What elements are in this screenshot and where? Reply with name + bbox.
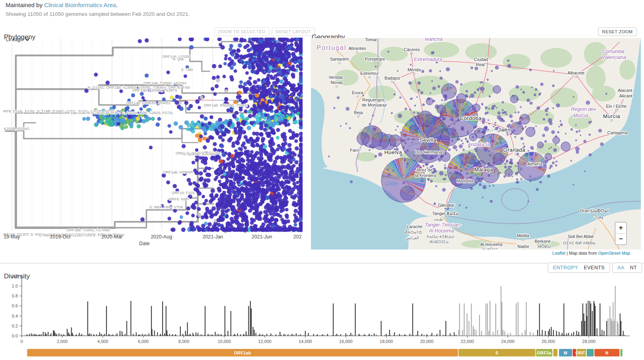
svg-text:ORF1ab: R4589Q, T5941I: ORF1ab: R4589Q, T5941I <box>204 103 248 107</box>
svg-text:1.0: 1.0 <box>12 284 18 288</box>
svg-text:ORF10: F11S: ORF10: F11S <box>172 190 195 195</box>
svg-text:Novas: Novas <box>330 80 343 85</box>
svg-text:2020-Mar: 2020-Mar <box>101 234 123 240</box>
svg-text:Región de: Región de <box>571 107 594 112</box>
map-zoom-in-button[interactable]: + <box>616 223 626 233</box>
svg-text:Santarém: Santarém <box>330 57 349 61</box>
zoom-to-selected-button[interactable]: ZOOM TO SELECTED <box>214 27 269 36</box>
svg-text:2020-Aug: 2020-Aug <box>151 234 172 240</box>
svg-text:Jerez de: Jerez de <box>416 168 432 172</box>
maintainer-link[interactable]: Clinical Bioinformatics Area <box>44 2 116 8</box>
svg-text:N: Q9L: N: Q9L <box>172 57 184 61</box>
svg-text:1.2: 1.2 <box>12 274 18 278</box>
map-attribution: Leaflet | Map data from OpenStreet Map <box>0 251 630 255</box>
svg-text:28,000: 28,000 <box>582 339 596 344</box>
svg-text:ⵍⵄⵔⴰⵢⵛ: ⵍⵄⵔⴰⵢⵛ <box>404 230 422 234</box>
svg-text:M: M <box>564 350 567 355</box>
svg-text:ⵙⵉⴷⵉ ⴱⵍ ⵄⴱⴱⴰ: ⵙⵉⴷⵉ ⴱⵍ ⵄⴱⴱⴰ <box>563 241 595 245</box>
svg-text:ORF8: K68*: ORF8: K68* <box>169 197 189 201</box>
phylogeny-toolbar: ZOOM TO SELECTED RESET LAYOUT <box>214 27 315 36</box>
svg-text:Al Hoceima: Al Hoceima <box>428 228 454 234</box>
svg-text:Sevilla: Sevilla <box>419 137 436 143</box>
reset-layout-button[interactable]: RESET LAYOUT <box>272 27 315 36</box>
svg-text:19-May: 19-May <box>4 234 20 240</box>
svg-text:Nador: Nador <box>517 244 529 249</box>
svg-text:Alicant: Alicant <box>619 93 632 98</box>
svg-text:Granada: Granada <box>503 147 525 153</box>
svg-text:Comunitat: Comunitat <box>602 49 625 54</box>
svg-text:de Monsaraz: de Monsaraz <box>362 103 387 107</box>
svg-text:Dos Hermanas: Dos Hermanas <box>415 150 444 154</box>
svg-text:Beja: Beja <box>354 110 363 115</box>
reset-zoom-button[interactable]: RESET ZOOM <box>598 27 637 36</box>
svg-text:ORF1ab: T1001I, A1708D: ORF1ab: T1001I, A1708D <box>66 228 110 232</box>
svg-text:20,000: 20,000 <box>420 339 434 344</box>
svg-text:24,000: 24,000 <box>501 339 515 344</box>
svg-text:Extremadura: Extremadura <box>414 57 442 62</box>
phylogeny-tree-canvas[interactable]: ORF1ab: L5330IN: Q9LS: T95IORF1ab: T3255… <box>3 38 303 255</box>
svg-text:la Frontera: la Frontera <box>415 173 436 178</box>
svg-text:12,000: 12,000 <box>258 339 272 344</box>
map-zoom-control: + − <box>615 222 627 245</box>
svg-text:Gibraltar: Gibraltar <box>438 203 455 208</box>
svg-text:Portalegre: Portalegre <box>365 57 385 61</box>
svg-text:Alacant: Alacant <box>618 88 633 93</box>
svg-text:Badajoz: Badajoz <box>385 76 400 80</box>
svg-text:16,000: 16,000 <box>339 339 352 344</box>
svg-text:Murcia: Murcia <box>603 113 620 119</box>
map-canvas[interactable]: TomarPortugalAbrantesCáceresManchaSantar… <box>311 38 641 250</box>
entropy-bars <box>27 286 624 336</box>
geography-map[interactable]: TomarPortugalAbrantesCáceresManchaSantar… <box>311 38 641 250</box>
svg-text:Mancha: Mancha <box>425 38 443 42</box>
svg-text:4,000: 4,000 <box>97 339 108 344</box>
svg-text:6,000: 6,000 <box>138 339 149 344</box>
genome-count-text: Showing 11050 of 11050 genomes sampled b… <box>6 11 190 17</box>
svg-text:10,000: 10,000 <box>218 339 231 344</box>
svg-text:2019-Oct: 2019-Oct <box>50 234 70 240</box>
svg-text:Golfo de: Golfo de <box>382 173 401 179</box>
svg-text:Cáceres: Cáceres <box>404 47 420 52</box>
leaflet-link[interactable]: Leaflet <box>552 251 565 255</box>
svg-text:2021-Jun: 2021-Jun <box>252 234 272 240</box>
svg-text:202: 202 <box>294 234 302 240</box>
svg-text:S: I68X, H69-, V70X: S: I68X, H69-, V70X <box>149 205 183 209</box>
svg-text:Valenciana: Valenciana <box>602 55 626 60</box>
svg-text:Málaga: Málaga <box>474 167 493 173</box>
svg-text:Sidi Bel Abbè: Sidi Bel Abbè <box>568 234 593 239</box>
diversity-chart-canvas[interactable]: 0.00.20.40.60.81.01.202,0004,0006,0008,0… <box>0 268 644 360</box>
svg-text:Elx / Elche: Elx / Elche <box>606 104 627 109</box>
svg-text:ⴱⵔⴽⴰⵏ: ⴱⵔⴽⴰⵏ <box>538 244 551 249</box>
svg-text:Jaén: Jaén <box>498 127 510 133</box>
svg-text:N: K203R, R204G: N: K203R, R204G <box>3 126 30 131</box>
svg-text:Cartagena: Cartagena <box>607 130 628 135</box>
svg-text:Almería: Almería <box>527 162 543 166</box>
svg-text:Mérida: Mérida <box>407 67 421 72</box>
svg-text:N: Q385R, S2639N: N: Q385R, S2639N <box>183 152 215 156</box>
svg-text:ⵜⴰⵏⵊⴰ-ⵜⵉⵟⵡⴰⵏ-: ⵜⴰⵏⵊⴰ-ⵜⵉⵟⵡⴰⵏ- <box>426 234 455 239</box>
svg-text:ⵍⵃⵓⵙⵉⵎⴰ: ⵍⵃⵓⵙⵉⵎⴰ <box>430 240 449 244</box>
map-zoom-out-button[interactable]: − <box>616 233 626 244</box>
svg-text:Abrantes: Abrantes <box>349 46 366 51</box>
svg-text:Real: Real <box>476 62 485 67</box>
svg-text:S: S <box>496 350 499 355</box>
svg-text:0: 0 <box>21 339 23 344</box>
openstreetmap-link[interactable]: OpenStreet Map <box>598 251 630 255</box>
svg-text:26,000: 26,000 <box>542 339 555 344</box>
svg-text:0.8: 0.8 <box>12 293 18 298</box>
attribution-text: | Map data from <box>565 251 598 255</box>
svg-text:Al Hoceima: Al Hoceima <box>480 242 503 247</box>
svg-text:Date: Date <box>139 241 150 246</box>
svg-text:ORF3a: ORF3a <box>537 350 551 355</box>
svg-text:0.0: 0.0 <box>12 333 18 338</box>
auspice-app: Maintained by Clinical Bioinformatics Ar… <box>0 0 644 360</box>
svg-text:Reguengos: Reguengos <box>362 97 385 102</box>
svg-text:2021-Jan: 2021-Jan <box>203 234 223 240</box>
svg-text:ORF1ab: ORF1ab <box>234 350 251 355</box>
svg-text:ⵍⵃⵓⵙⵉⵎⴰ: ⵍⵃⵓⵙⵉⵎⴰ <box>482 248 501 250</box>
svg-text:العرائش: العرائش <box>405 236 419 240</box>
svg-text:Córdoba: Córdoba <box>460 115 481 121</box>
svg-text:Andalucía: Andalucía <box>467 142 490 147</box>
svg-text:Albacete: Albacete <box>568 70 585 75</box>
svg-text:طنجة: طنجة <box>434 217 443 221</box>
svg-text:Murcia: Murcia <box>573 113 588 118</box>
